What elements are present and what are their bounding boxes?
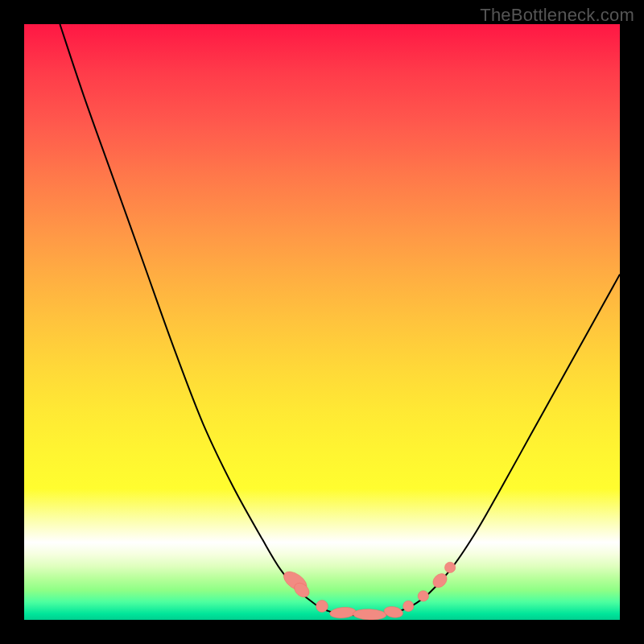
curve-marker: [316, 601, 328, 613]
curve-marker: [418, 591, 428, 601]
curve-marker: [329, 606, 357, 619]
curve-marker: [353, 609, 386, 620]
curve-svg: [24, 24, 620, 620]
curve-marker: [383, 605, 404, 619]
curve-marker: [444, 562, 455, 572]
curve-markers: [280, 562, 455, 620]
bottleneck-curve-path: [60, 24, 620, 616]
chart-frame: TheBottleneck.com: [0, 0, 644, 644]
bottleneck-curve: [60, 24, 620, 616]
curve-marker: [403, 601, 414, 611]
plot-area: [24, 24, 620, 620]
watermark-text: TheBottleneck.com: [480, 5, 634, 26]
